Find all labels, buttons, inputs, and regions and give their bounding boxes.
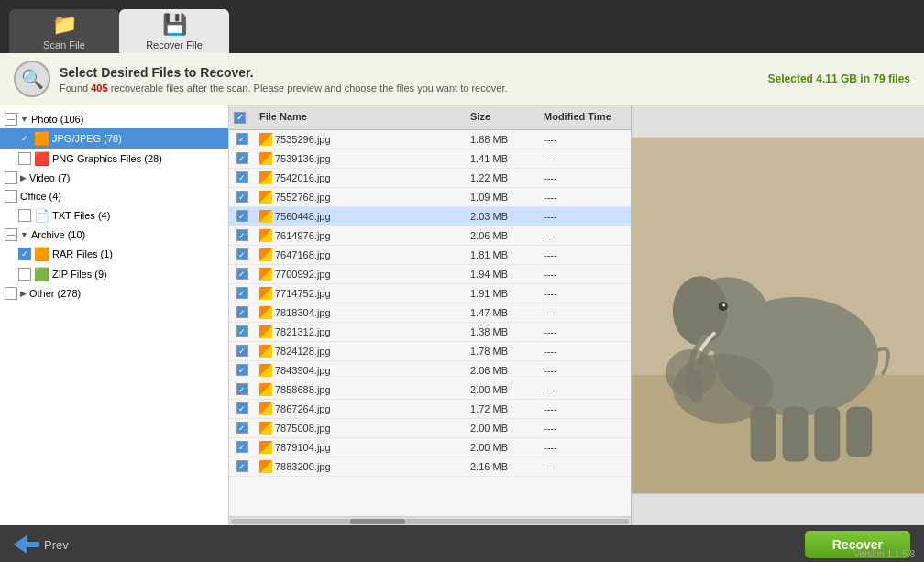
check-rar[interactable]: ✓: [18, 248, 31, 260]
row-checkbox[interactable]: ✓: [236, 441, 248, 453]
row-checkbox[interactable]: ✓: [236, 364, 248, 376]
row-filename: 7535296.jpg: [255, 132, 466, 147]
table-row[interactable]: ✓ 7535296.jpg 1.88 MB ----: [229, 130, 631, 149]
tree-item-video[interactable]: ▶ Video (7): [0, 169, 228, 187]
row-checkbox[interactable]: ✓: [236, 306, 248, 318]
tree-item-png[interactable]: 🟥 PNG Graphics Files (28): [0, 149, 228, 169]
row-size: 1.47 MB: [466, 306, 539, 319]
row-check[interactable]: ✓: [229, 421, 255, 435]
scrollbar-thumb[interactable]: [350, 519, 405, 524]
row-checkbox[interactable]: ✓: [236, 383, 248, 395]
table-row[interactable]: ✓ 7879104.jpg 2.00 MB ----: [229, 438, 631, 457]
table-row[interactable]: ✓ 7552768.jpg 1.09 MB ----: [229, 188, 631, 207]
scrollbar-track[interactable]: [231, 519, 629, 524]
row-check[interactable]: ✓: [229, 402, 255, 415]
row-checkbox[interactable]: ✓: [236, 287, 248, 299]
tree-item-rar[interactable]: ✓ 🟧 RAR Files (1): [0, 244, 228, 264]
label-photo: Photo (106): [31, 114, 83, 125]
file-type-icon: [259, 325, 272, 338]
header-check[interactable]: ✓: [234, 112, 246, 124]
row-checkbox[interactable]: ✓: [236, 229, 248, 241]
row-size: 2.06 MB: [466, 364, 539, 377]
table-row[interactable]: ✓ 7614976.jpg 2.06 MB ----: [229, 226, 631, 246]
prev-button[interactable]: Prev: [14, 535, 69, 554]
table-row[interactable]: ✓ 7824128.jpg 1.78 MB ----: [229, 342, 631, 361]
table-row[interactable]: ✓ 7883200.jpg 2.16 MB ----: [229, 457, 631, 477]
col-check: ✓: [229, 109, 255, 126]
file-type-icon: [259, 364, 272, 377]
check-office[interactable]: [5, 190, 17, 203]
tree-item-txt[interactable]: 📄 TXT Files (4): [0, 205, 228, 226]
tab-recover[interactable]: 💾 Recover File: [119, 9, 229, 53]
row-checkbox[interactable]: ✓: [236, 248, 248, 260]
file-list[interactable]: ✓ 7535296.jpg 1.88 MB ---- ✓ 7539136.jpg…: [229, 130, 631, 517]
row-checkbox[interactable]: ✓: [236, 325, 248, 337]
check-other[interactable]: [5, 287, 17, 300]
tab-scan[interactable]: 📁 Scan File: [9, 9, 119, 53]
row-check[interactable]: ✓: [229, 209, 255, 223]
row-check[interactable]: ✓: [229, 382, 255, 396]
row-check[interactable]: ✓: [229, 440, 255, 454]
row-check[interactable]: ✓: [229, 344, 255, 358]
row-check[interactable]: ✓: [229, 171, 255, 184]
row-size: 1.91 MB: [466, 287, 539, 300]
row-checkbox[interactable]: ✓: [236, 345, 248, 357]
tree-item-archive[interactable]: — ▼ Archive (10): [0, 226, 228, 244]
check-jpg[interactable]: ✓: [18, 132, 31, 145]
row-check[interactable]: ✓: [229, 132, 255, 146]
row-check[interactable]: ✓: [229, 305, 255, 319]
table-row[interactable]: ✓ 7875008.jpg 2.00 MB ----: [229, 419, 631, 438]
main-content: — ▼ Photo (106) ✓ 🟧 JPG/JPEG (78) 🟥 PNG …: [0, 105, 924, 525]
tree-item-photo[interactable]: — ▼ Photo (106): [0, 110, 228, 128]
table-row[interactable]: ✓ 7714752.jpg 1.91 MB ----: [229, 284, 631, 303]
check-zip[interactable]: [18, 268, 31, 281]
table-row[interactable]: ✓ 7542016.jpg 1.22 MB ----: [229, 169, 631, 188]
row-checkbox[interactable]: ✓: [236, 268, 248, 280]
table-row[interactable]: ✓ 7700992.jpg 1.94 MB ----: [229, 265, 631, 284]
row-check[interactable]: ✓: [229, 248, 255, 261]
check-archive[interactable]: —: [5, 228, 17, 241]
row-checkbox[interactable]: ✓: [236, 210, 248, 222]
row-checkbox[interactable]: ✓: [236, 422, 248, 434]
tree-item-zip[interactable]: 🟩 ZIP Files (9): [0, 264, 228, 284]
table-row[interactable]: ✓ 7867264.jpg 1.72 MB ----: [229, 400, 631, 419]
row-check[interactable]: ✓: [229, 267, 255, 281]
file-count: 405: [91, 83, 107, 94]
row-time: ----: [539, 325, 631, 338]
bottom-bar: Prev Recover Version 1.1.5.8: [0, 525, 924, 562]
table-row[interactable]: ✓ 7539136.jpg 1.41 MB ----: [229, 149, 631, 169]
row-check[interactable]: ✓: [229, 325, 255, 338]
zip-icon: 🟩: [34, 267, 50, 281]
row-check[interactable]: ✓: [229, 286, 255, 300]
check-txt[interactable]: [18, 209, 31, 222]
tree-item-jpg[interactable]: ✓ 🟧 JPG/JPEG (78): [0, 128, 228, 149]
tree-item-other[interactable]: ▶ Other (278): [0, 284, 228, 303]
arrow-archive: ▼: [20, 230, 28, 239]
scrollbar-area[interactable]: [229, 516, 631, 525]
row-check[interactable]: ✓: [229, 459, 255, 473]
row-checkbox[interactable]: ✓: [236, 191, 248, 203]
check-video[interactable]: [5, 171, 17, 184]
row-checkbox[interactable]: ✓: [236, 152, 248, 164]
table-row[interactable]: ✓ 7818304.jpg 1.47 MB ----: [229, 303, 631, 323]
row-checkbox[interactable]: ✓: [236, 171, 248, 183]
row-check[interactable]: ✓: [229, 363, 255, 377]
file-type-icon: [259, 402, 272, 415]
row-check[interactable]: ✓: [229, 151, 255, 165]
table-row[interactable]: ✓ 7560448.jpg 2.03 MB ----: [229, 207, 631, 226]
label-video: Video (7): [29, 172, 70, 183]
row-check[interactable]: ✓: [229, 228, 255, 242]
table-row[interactable]: ✓ 7858688.jpg 2.00 MB ----: [229, 380, 631, 400]
table-row[interactable]: ✓ 7821312.jpg 1.38 MB ----: [229, 323, 631, 342]
row-checkbox[interactable]: ✓: [236, 133, 248, 145]
preview-image: [632, 105, 924, 525]
row-check[interactable]: ✓: [229, 190, 255, 204]
table-row[interactable]: ✓ 7647168.jpg 1.81 MB ----: [229, 246, 631, 265]
tree-item-office[interactable]: Office (4): [0, 187, 228, 205]
check-photo[interactable]: —: [5, 113, 17, 126]
table-row[interactable]: ✓ 7843904.jpg 2.06 MB ----: [229, 361, 631, 380]
row-checkbox[interactable]: ✓: [236, 402, 248, 414]
check-png[interactable]: [18, 152, 31, 165]
row-checkbox[interactable]: ✓: [236, 460, 248, 472]
tree-panel[interactable]: — ▼ Photo (106) ✓ 🟧 JPG/JPEG (78) 🟥 PNG …: [0, 105, 229, 525]
